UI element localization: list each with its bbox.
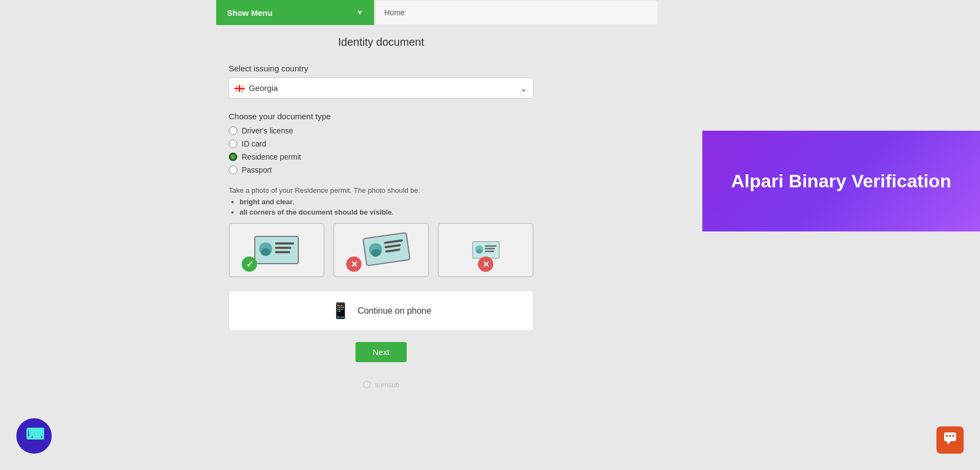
photo-instructions: Take a photo of your Residence permit. T… (229, 186, 534, 216)
photo-bullet-1: bright and clear, (240, 198, 534, 206)
chevron-down-icon: ▼ (357, 9, 363, 16)
keyboard-icon: ⌨ (24, 424, 44, 444)
next-btn-wrapper: Next (229, 342, 534, 362)
select-country-label: Select issuing country (229, 64, 534, 73)
photo-example-good: ✓ (229, 223, 324, 277)
photo-instruction-text: Take a photo of your Residence permit. T… (229, 186, 534, 194)
sumsub-label: sumsub (375, 381, 400, 389)
svg-rect-4 (275, 247, 291, 249)
svg-rect-22 (949, 435, 951, 437)
svg-point-14 (476, 249, 482, 254)
sumsub-footer: ⬡ sumsub (229, 379, 534, 401)
svg-point-2 (261, 248, 271, 256)
doc-type-section: Choose your document type Driver's licen… (229, 112, 534, 174)
radio-drivers-license[interactable] (229, 126, 237, 135)
radio-passport[interactable] (229, 166, 237, 174)
radio-id-card[interactable] (229, 139, 237, 148)
avatar-icon: ⌨ (24, 424, 44, 448)
top-bar: Show Menu ▼ Home (0, 0, 980, 25)
svg-rect-5 (275, 251, 290, 253)
svg-rect-3 (275, 242, 294, 245)
photo-example-bad-1: ✕ (333, 223, 429, 277)
svg-rect-16 (485, 248, 494, 249)
bad-1-status-badge: ✕ (346, 257, 362, 272)
country-select-wrapper: 🇬🇪 Georgia ⌄ (229, 77, 534, 99)
page-title: Identity document (229, 36, 534, 48)
bad-2-status-badge: ✕ (478, 257, 493, 272)
radio-item-drivers-license[interactable]: Driver's license (229, 126, 534, 135)
sumsub-logo-icon: ⬡ (363, 379, 371, 390)
home-label: Home (384, 8, 405, 17)
country-flag: 🇬🇪 (234, 83, 245, 93)
doc-type-label: Choose your document type (229, 112, 534, 121)
photo-bullet-2: all corners of the document should be vi… (240, 208, 534, 216)
phone-icon: 📱 (331, 302, 350, 320)
photo-examples: ✓ ✕ (229, 223, 534, 277)
home-breadcrumb: Home (375, 0, 658, 25)
chat-button[interactable] (936, 426, 964, 454)
chat-icon (943, 431, 957, 449)
svg-marker-20 (946, 441, 951, 444)
radio-item-id-card[interactable]: ID card (229, 139, 534, 148)
main-content: Identity document Select issuing country… (229, 36, 534, 401)
good-status-badge: ✓ (242, 257, 257, 272)
chat-bubble-icon (943, 431, 957, 445)
radio-label-drivers-license: Driver's license (242, 126, 293, 135)
svg-rect-17 (485, 251, 494, 252)
next-button[interactable]: Next (356, 342, 407, 362)
svg-rect-15 (485, 245, 496, 246)
bottom-avatar[interactable]: ⌨ (16, 418, 52, 454)
country-select[interactable]: Georgia (229, 77, 534, 99)
side-panel-title: Alpari Binary Verification (731, 170, 951, 192)
svg-text:⌨: ⌨ (26, 426, 44, 443)
radio-residence-permit[interactable] (229, 152, 237, 161)
side-panel: Alpari Binary Verification (702, 131, 980, 231)
radio-item-residence-permit[interactable]: Residence permit (229, 152, 534, 161)
continue-phone-label: Continue on phone (358, 306, 431, 316)
radio-label-passport: Passport (242, 166, 272, 174)
photo-bullet-1-text: bright and clear (240, 198, 293, 206)
show-menu-label: Show Menu (227, 8, 272, 17)
radio-group: Driver's license ID card Residence permi… (229, 126, 534, 174)
radio-label-residence-permit: Residence permit (242, 152, 301, 161)
svg-rect-21 (946, 435, 948, 437)
radio-item-passport[interactable]: Passport (229, 166, 534, 174)
svg-rect-23 (952, 435, 954, 437)
doc-illustration-good (252, 234, 301, 266)
show-menu-button[interactable]: Show Menu ▼ (216, 0, 374, 25)
continue-on-phone[interactable]: 📱 Continue on phone (229, 290, 534, 331)
photo-bullet-2-text: all corners of the document should be vi… (240, 208, 392, 216)
radio-label-id-card: ID card (242, 139, 266, 148)
doc-illustration-bad-1 (360, 230, 413, 269)
photo-bullets-list: bright and clear, all corners of the doc… (229, 198, 534, 216)
photo-example-bad-2: ✕ (438, 223, 534, 277)
